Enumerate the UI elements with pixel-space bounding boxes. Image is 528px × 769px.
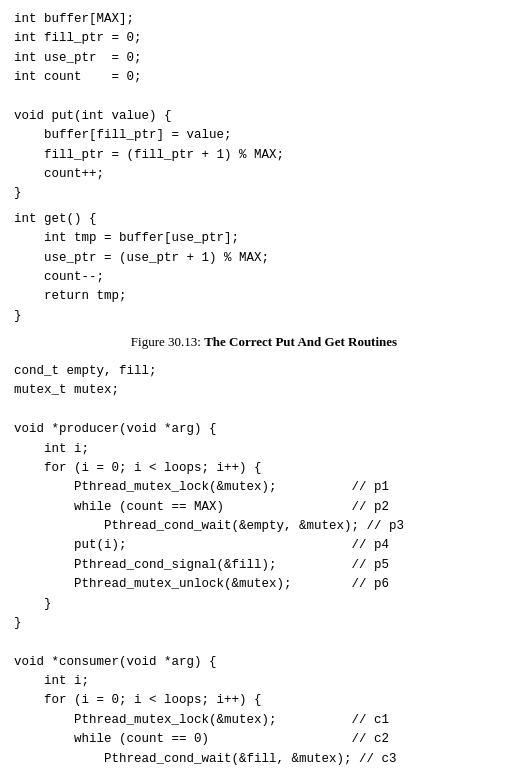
code-section-2: int get() { int tmp = buffer[use_ptr]; u… bbox=[14, 210, 514, 326]
code-section-3: cond_t empty, fill; mutex_t mutex; void … bbox=[14, 362, 514, 769]
code-block-2: int get() { int tmp = buffer[use_ptr]; u… bbox=[14, 210, 514, 326]
code-section-1: int buffer[MAX]; int fill_ptr = 0; int u… bbox=[14, 10, 514, 204]
figure-caption-1: Figure 30.13: The Correct Put And Get Ro… bbox=[14, 334, 514, 350]
figure-title-1: The Correct Put And Get Routines bbox=[204, 334, 397, 349]
code-block-3: cond_t empty, fill; mutex_t mutex; void … bbox=[14, 362, 514, 769]
figure-label-1: Figure 30.13: bbox=[131, 334, 204, 349]
code-block-1: int buffer[MAX]; int fill_ptr = 0; int u… bbox=[14, 10, 514, 204]
